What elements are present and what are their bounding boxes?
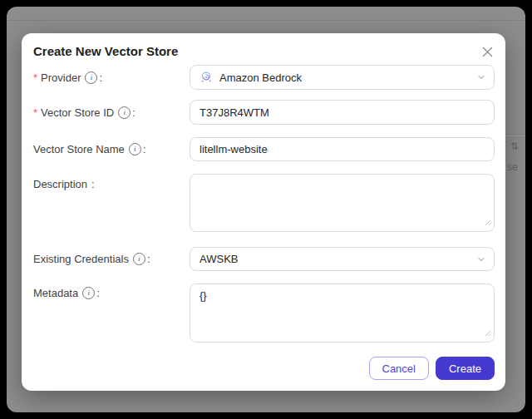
description-textarea[interactable]: [190, 175, 494, 231]
existing-credentials-label-text: Existing Credentials: [33, 253, 129, 265]
provider-select-value: Amazon Bedrock: [219, 71, 302, 84]
metadata-label-text: Metadata: [33, 287, 78, 299]
vector-store-id-field-wrap: [190, 100, 495, 125]
vector-store-name-label-text: Vector Store Name: [33, 143, 125, 155]
vector-store-name-label: Vector Store Name i :: [33, 137, 145, 161]
provider-select[interactable]: Amazon Bedrock: [190, 65, 495, 90]
metadata-field-wrap: {}: [190, 283, 495, 343]
create-button[interactable]: Create: [436, 357, 495, 380]
cancel-button[interactable]: Cancel: [369, 357, 429, 380]
modal-title: Create New Vector Store: [33, 44, 178, 58]
info-icon[interactable]: i: [82, 287, 95, 299]
description-label: Description :: [33, 176, 95, 191]
info-icon[interactable]: i: [129, 143, 141, 155]
info-icon[interactable]: i: [118, 106, 131, 119]
modal-footer: Cancel Create: [369, 357, 495, 380]
metadata-label: Metadata i :: [33, 285, 100, 300]
chevron-down-icon: [476, 254, 486, 264]
required-mark: *: [33, 71, 37, 84]
info-icon[interactable]: i: [133, 253, 145, 265]
colon: :: [91, 178, 95, 190]
provider-label: * Provider i :: [33, 65, 102, 90]
colon: :: [96, 287, 100, 299]
colon: :: [132, 106, 135, 119]
vector-store-id-input[interactable]: [190, 101, 494, 124]
create-vector-store-modal: Create New Vector Store * Provider i :: [22, 33, 505, 391]
existing-credentials-label: Existing Credentials i :: [33, 247, 150, 271]
vector-store-name-field-wrap: [190, 137, 495, 161]
info-icon[interactable]: i: [85, 71, 97, 84]
colon: :: [143, 143, 146, 155]
close-button[interactable]: [480, 44, 495, 59]
close-icon: [482, 47, 493, 57]
metadata-textarea[interactable]: {}: [190, 284, 494, 342]
vector-store-id-label: * Vector Store ID i :: [33, 100, 135, 125]
sort-icon: ⇅: [510, 140, 519, 152]
required-mark: *: [33, 106, 37, 119]
chevron-down-icon: [476, 72, 486, 82]
description-label-text: Description: [33, 178, 87, 190]
background-divider: [7, 20, 525, 21]
background-table-edge: [505, 136, 525, 136]
background-partial-text: se: [507, 161, 518, 173]
amazon-bedrock-icon: [200, 71, 213, 84]
vector-store-name-input[interactable]: [190, 138, 494, 160]
colon: :: [147, 253, 150, 265]
vector-store-id-label-text: Vector Store ID: [41, 106, 114, 119]
colon: :: [99, 71, 102, 84]
description-field-wrap: [190, 174, 495, 232]
existing-credentials-select-value: AWSKB: [200, 253, 238, 265]
provider-label-text: Provider: [41, 71, 81, 84]
existing-credentials-select[interactable]: AWSKB: [190, 247, 495, 271]
